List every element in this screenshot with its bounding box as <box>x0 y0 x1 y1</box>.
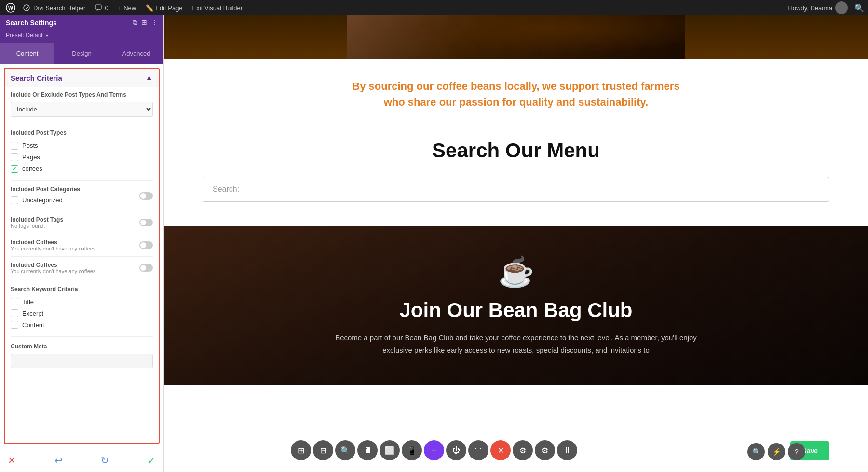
checkbox-posts[interactable]: Posts <box>11 140 153 152</box>
undo-icon[interactable]: ↩ <box>54 455 63 466</box>
coffee-cup-icon: ☕ <box>498 255 534 289</box>
search-placeholder: Search: <box>213 185 239 193</box>
included-coffees-1-empty: You currently don't have any coffees. <box>11 246 139 251</box>
panel-title: Search Settings <box>6 19 57 27</box>
post-categories-toggle[interactable] <box>139 192 153 200</box>
bottom-bar: ✕ ↩ ↻ ✓ <box>0 448 163 472</box>
checkbox-posts-label: Posts <box>22 142 38 149</box>
toolbar-pause-btn[interactable]: ⏸ <box>557 440 577 460</box>
new-link[interactable]: + New <box>114 4 140 12</box>
tab-design[interactable]: Design <box>54 43 109 64</box>
included-post-tags-label: Included Post Tags <box>11 216 139 223</box>
toolbar-add-btn[interactable]: + <box>424 440 444 460</box>
preset-arrow-icon: ▾ <box>46 33 48 38</box>
panel-more-icon[interactable]: ⋮ <box>151 18 158 27</box>
divi-search-helper-link[interactable]: Divi Search Helper <box>19 4 89 12</box>
included-coffees-2-empty: You currently don't have any coffees. <box>11 268 139 274</box>
post-tags-toggle[interactable] <box>139 219 153 226</box>
toolbar-search-btn[interactable]: 🔍 <box>335 440 355 460</box>
dark-section-body: Become a part of our Bean Bag Club and t… <box>323 332 709 356</box>
toolbar-close-btn[interactable]: ✕ <box>490 440 511 460</box>
panel-duplicate-icon[interactable]: ⧉ <box>133 18 137 27</box>
admin-search-icon[interactable]: 🔍 <box>854 3 864 13</box>
panel-grid-icon[interactable]: ⊞ <box>141 18 147 27</box>
checkbox-uncategorized-label: Uncategorized <box>22 196 63 204</box>
panel-tabs: Content Design Advanced <box>0 43 163 64</box>
dark-section-heading: Join Our Bean Bag Club <box>399 299 632 322</box>
tab-advanced[interactable]: Advanced <box>109 43 163 64</box>
custom-meta-input[interactable] <box>11 354 153 368</box>
included-post-types-section: Included Post Types Posts Pages ✓ coffee… <box>5 125 159 179</box>
checkbox-uncategorized[interactable]: Uncategorized <box>11 194 139 206</box>
toolbar-table-btn[interactable]: ⊟ <box>313 440 333 460</box>
checkbox-content-label: Content <box>22 321 44 329</box>
divider-1 <box>11 123 153 123</box>
fixed-search-icon[interactable]: 🔍 <box>747 443 765 460</box>
coffees-2-toggle[interactable] <box>139 264 153 272</box>
tab-content[interactable]: Content <box>0 43 54 64</box>
checkbox-excerpt-label: Excerpt <box>22 310 43 317</box>
toolbar-grid-btn[interactable]: ⊞ <box>291 440 311 460</box>
checkbox-content[interactable]: Content <box>11 319 153 331</box>
included-coffees-2-row: Included Coffees You currently don't hav… <box>5 259 159 277</box>
criteria-collapse-icon[interactable]: ▲ <box>145 73 153 82</box>
checkbox-title[interactable]: Title <box>11 296 153 307</box>
fixed-help-icon[interactable]: ? <box>788 443 805 460</box>
edit-page-link[interactable]: ✏️ Edit Page <box>142 4 186 12</box>
checkbox-title-box[interactable] <box>11 298 18 305</box>
orange-heading: By sourcing our coffee beans locally, we… <box>174 78 858 110</box>
panel-icon-group: ⧉ ⊞ ⋮ <box>133 18 158 27</box>
close-bottom-icon[interactable]: ✕ <box>8 455 16 466</box>
included-post-categories-label: Included Post Categories <box>11 186 139 193</box>
preset-row: Preset: Default ▾ <box>0 29 163 43</box>
toolbar-phone-btn[interactable]: 📱 <box>402 440 422 460</box>
checkbox-coffees-label: coffees <box>22 165 42 172</box>
checkbox-excerpt[interactable]: Excerpt <box>11 307 153 319</box>
criteria-title: Search Criteria <box>11 74 62 82</box>
panel-title-row: Search Settings ⧉ ⊞ ⋮ <box>0 15 163 29</box>
checkbox-posts-box[interactable] <box>11 142 18 150</box>
search-keyword-criteria-label: Search Keyword Criteria <box>11 285 153 293</box>
checkbox-excerpt-box[interactable] <box>11 309 18 317</box>
checkbox-uncategorized-box[interactable] <box>11 196 18 204</box>
toolbar-delete-btn[interactable]: 🗑 <box>468 440 488 460</box>
checkbox-title-label: Title <box>22 298 34 305</box>
include-exclude-section: Include Or Exclude Post Types And Terms … <box>5 87 159 121</box>
included-coffees-2-label: Included Coffees <box>11 262 139 268</box>
checkbox-coffees-check-icon: ✓ <box>12 166 17 172</box>
divider-4 <box>11 234 153 234</box>
search-heading: Search Our Menu <box>203 139 829 162</box>
divider-2 <box>11 180 153 181</box>
dark-section: ☕ Join Our Bean Bag Club Become a part o… <box>164 226 868 385</box>
divider-7 <box>11 336 153 337</box>
coffees-1-toggle[interactable] <box>139 241 153 249</box>
checkbox-pages-box[interactable] <box>11 153 18 161</box>
included-post-tags-row: Included Post Tags No tags found. <box>5 213 159 232</box>
checkbox-content-box[interactable] <box>11 321 18 329</box>
search-input-wrap[interactable]: Search: <box>203 177 829 202</box>
included-coffees-1-label: Included Coffees <box>11 239 139 246</box>
toolbar-monitor-btn[interactable]: 🖥 <box>357 440 378 460</box>
divider-6 <box>11 279 153 279</box>
toolbar-adjust-btn[interactable]: ⚙ <box>535 440 555 460</box>
checkbox-pages[interactable]: Pages <box>11 152 153 163</box>
floating-toolbar: ⊞ ⊟ 🔍 🖥 ⬜ 📱 + ⏻ 🗑 ✕ ⚙ ⚙ ⏸ <box>291 440 577 460</box>
checkbox-coffees[interactable]: ✓ coffees <box>11 163 153 175</box>
included-post-categories-row: Included Post Categories Uncategorized <box>5 183 159 209</box>
fixed-bolt-icon[interactable]: ⚡ <box>768 443 785 460</box>
redo-icon[interactable]: ↻ <box>101 455 109 466</box>
toolbar-power-btn[interactable]: ⏻ <box>446 440 466 460</box>
toolbar-layout-btn[interactable]: ⬜ <box>380 440 400 460</box>
wp-logo-icon[interactable]: W <box>4 1 17 14</box>
orange-text-section: By sourcing our coffee beans locally, we… <box>164 59 868 125</box>
include-exclude-select[interactable]: Include Exclude <box>11 102 153 117</box>
preset-label[interactable]: Preset: Default ▾ <box>6 32 48 39</box>
include-exclude-label: Include Or Exclude Post Types And Terms <box>11 91 153 99</box>
checkbox-coffees-box[interactable]: ✓ <box>11 165 18 173</box>
exit-visual-builder-link[interactable]: Exit Visual Builder <box>189 4 247 12</box>
custom-meta-label: Custom Meta <box>11 343 153 351</box>
search-keyword-criteria-section: Search Keyword Criteria Title Excerpt Co… <box>5 281 159 335</box>
comments-link[interactable]: 0 <box>91 4 112 12</box>
confirm-icon[interactable]: ✓ <box>148 455 156 466</box>
toolbar-settings-btn[interactable]: ⚙ <box>513 440 533 460</box>
